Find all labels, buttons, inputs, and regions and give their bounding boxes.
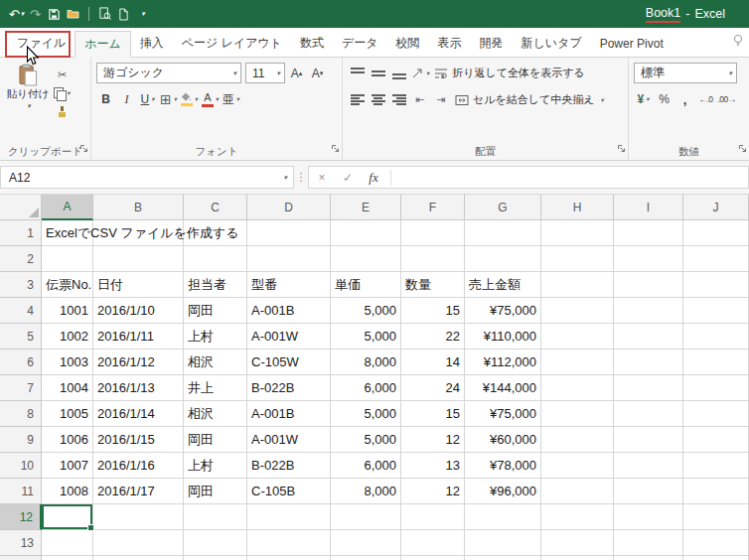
cell-H1[interactable] [541, 220, 614, 246]
row-header-1[interactable]: 1 [0, 220, 42, 246]
align-right-button[interactable] [389, 90, 408, 110]
cell-B7[interactable]: 2016/1/13 [93, 375, 184, 401]
tab-developer[interactable]: 開発 [471, 30, 513, 57]
row-header-11[interactable]: 11 [0, 479, 42, 504]
cell-E10[interactable]: 6,000 [331, 453, 401, 479]
cell-J8[interactable] [683, 401, 749, 427]
cell-F8[interactable]: 15 [401, 401, 465, 427]
cell-B10[interactable]: 2016/1/16 [93, 453, 184, 479]
tell-me-lightbulb-icon[interactable] [732, 34, 744, 52]
cell-G8[interactable]: ¥75,000 [465, 401, 541, 427]
row-header-7[interactable]: 7 [0, 375, 42, 401]
cell-F3[interactable]: 数量 [401, 272, 465, 298]
enter-icon[interactable]: ✓ [335, 171, 361, 185]
cell-B6[interactable]: 2016/1/12 [93, 350, 184, 375]
cell-A10[interactable]: 1007 [42, 453, 93, 479]
number-format-combobox[interactable]: 標準 [634, 63, 737, 83]
customize-qat-caret-icon[interactable] [134, 3, 151, 25]
cell-D2[interactable] [247, 246, 331, 272]
cell-B8[interactable]: 2016/1/14 [93, 401, 184, 427]
save-icon[interactable] [46, 3, 63, 25]
column-header-I[interactable]: I [614, 195, 683, 220]
cell-J6[interactable] [683, 350, 749, 375]
cell-D12[interactable] [247, 504, 331, 530]
cell-C7[interactable]: 井上 [184, 375, 247, 401]
print-preview-icon[interactable] [96, 3, 113, 25]
cell-D10[interactable]: B-022B [247, 453, 331, 479]
comma-style-button[interactable]: , [675, 89, 694, 109]
align-left-button[interactable] [348, 90, 367, 110]
cell-J11[interactable] [683, 479, 749, 504]
cell-G3[interactable]: 売上金額 [465, 272, 541, 298]
cell-C11[interactable]: 岡田 [184, 479, 247, 504]
row-header-14[interactable] [0, 556, 42, 560]
cell-D9[interactable]: A-001W [247, 427, 331, 453]
copy-button[interactable] [53, 85, 72, 100]
underline-button[interactable]: U [138, 89, 157, 109]
tab-new-tab[interactable]: 新しいタブ [513, 30, 591, 57]
cell-H4[interactable] [541, 298, 614, 324]
row-header-4[interactable]: 4 [0, 298, 42, 324]
select-all-button[interactable] [0, 195, 42, 220]
new-document-icon[interactable] [115, 3, 132, 25]
name-box[interactable]: A12 [0, 166, 294, 189]
tab-data[interactable]: データ [333, 30, 387, 57]
number-dialog-launcher-icon[interactable] [738, 139, 747, 157]
cell-H12[interactable] [541, 504, 614, 530]
cell-F13[interactable] [401, 530, 465, 556]
cell-A4[interactable]: 1001 [42, 298, 93, 324]
clipboard-dialog-launcher-icon[interactable] [79, 139, 88, 157]
formula-input[interactable] [395, 167, 748, 188]
row-header-13[interactable]: 13 [0, 530, 42, 556]
alignment-dialog-launcher-icon[interactable] [617, 139, 626, 157]
tab-insert[interactable]: 挿入 [131, 30, 173, 57]
cell-J1[interactable] [683, 220, 749, 246]
cell-H6[interactable] [541, 350, 614, 375]
cell-I8[interactable] [614, 401, 683, 427]
font-name-combobox[interactable]: 游ゴシック [96, 63, 241, 83]
cell-F11[interactable]: 12 [401, 479, 465, 504]
row-header-9[interactable]: 9 [0, 427, 42, 453]
increase-font-size-button[interactable]: A [287, 64, 306, 83]
cell-A2[interactable] [42, 246, 93, 272]
align-top-button[interactable] [348, 64, 367, 83]
currency-caret[interactable] [646, 95, 649, 103]
cell-B3[interactable]: 日付 [93, 272, 184, 298]
cell-D6[interactable]: C-105W [247, 350, 331, 375]
fill-color-button[interactable] [180, 89, 199, 109]
cell-J13[interactable] [683, 530, 749, 556]
cell-H3[interactable] [541, 272, 614, 298]
cell-I14[interactable] [614, 556, 683, 560]
decrease-indent-button[interactable]: ⇤ [410, 90, 429, 110]
cell-H7[interactable] [541, 375, 614, 401]
cell-E11[interactable]: 8,000 [331, 479, 401, 504]
phonetic-caret[interactable] [236, 95, 239, 103]
cell-G2[interactable] [465, 246, 541, 272]
font-color-caret[interactable] [216, 95, 219, 103]
italic-button[interactable]: I [117, 89, 136, 109]
cell-F4[interactable]: 15 [401, 298, 465, 324]
column-header-D[interactable]: D [247, 195, 331, 220]
cell-H9[interactable] [541, 427, 614, 453]
fill-color-caret[interactable] [195, 95, 198, 103]
decrease-font-size-button[interactable]: A [308, 64, 327, 83]
cell-A5[interactable]: 1002 [42, 324, 93, 350]
cell-B14[interactable] [93, 556, 184, 560]
column-header-H[interactable]: H [541, 195, 614, 220]
row-header-12[interactable]: 12 [0, 504, 42, 530]
row-header-8[interactable]: 8 [0, 401, 42, 427]
cell-E13[interactable] [331, 530, 401, 556]
cell-E7[interactable]: 6,000 [331, 375, 401, 401]
cell-G7[interactable]: ¥144,000 [465, 375, 541, 401]
column-header-A[interactable]: A [42, 195, 93, 220]
cell-C13[interactable] [184, 530, 247, 556]
cell-H5[interactable] [541, 324, 614, 350]
cell-F12[interactable] [401, 504, 465, 530]
row-header-10[interactable]: 10 [0, 453, 42, 479]
tab-home[interactable]: ホーム [75, 31, 131, 58]
cell-B5[interactable]: 2016/1/11 [93, 324, 184, 350]
borders-caret[interactable] [174, 95, 177, 103]
cell-I13[interactable] [614, 530, 683, 556]
align-bottom-button[interactable] [389, 64, 408, 83]
redo-icon[interactable]: ↷ [27, 3, 44, 25]
